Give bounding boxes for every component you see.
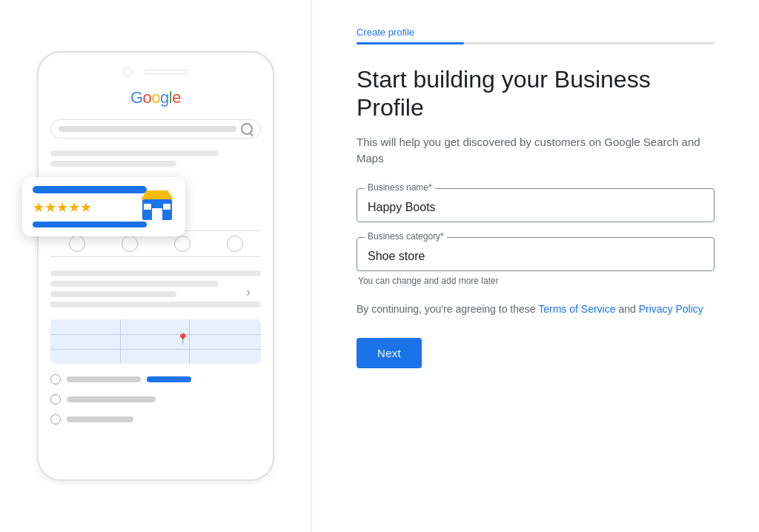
svg-rect-2 (152, 208, 162, 220)
globe-row (50, 414, 261, 425)
tos-text: By continuing, you're agreeing to these … (357, 301, 715, 317)
phone-content-lines (50, 150, 261, 167)
left-panel: Google ★★★★★ (0, 0, 311, 532)
privacy-policy-link[interactable]: Privacy Policy (639, 303, 703, 315)
phone-icon (50, 394, 61, 405)
business-category-field-container[interactable]: Business category* (357, 237, 715, 271)
phone-top-bar (50, 67, 261, 76)
search-bar-line (59, 126, 236, 132)
bc-blue-line (33, 222, 147, 227)
phone-camera (123, 67, 132, 76)
bc-blue-bar (33, 186, 147, 193)
clock-icon (50, 374, 61, 385)
search-icon (241, 123, 253, 135)
globe-icon (50, 414, 61, 425)
step-bar-fill (357, 42, 464, 44)
tos-text-before: By continuing, you're agreeing to these (357, 303, 538, 315)
clock-row (50, 374, 261, 385)
svg-marker-1 (141, 190, 173, 199)
next-button[interactable]: Next (357, 338, 422, 368)
step-indicator: Create profile (357, 27, 715, 44)
nav-icon-3 (174, 236, 190, 252)
business-name-input[interactable] (368, 201, 703, 214)
store-icon (138, 184, 176, 223)
nav-icon-1 (69, 236, 85, 252)
business-category-input[interactable] (368, 250, 703, 263)
map-area: 📍 (50, 319, 261, 364)
phone-search-bar (50, 119, 261, 139)
nav-icon-2 (122, 236, 138, 252)
business-name-group: Business name* (357, 188, 715, 222)
map-pin-icon: 📍 (176, 333, 189, 345)
step-bar-track (357, 42, 715, 44)
tos-text-mid: and (616, 303, 639, 315)
svg-rect-4 (163, 204, 170, 210)
category-hint: You can change and add more later (358, 276, 715, 286)
step-label: Create profile (357, 27, 715, 38)
business-card-popup: ★★★★★ (22, 177, 185, 236)
phone-speaker (144, 70, 188, 74)
page-subtitle: This will help you get discovered by cus… (357, 134, 715, 167)
phone-row (50, 394, 261, 405)
phone-mockup: Google ★★★★★ (37, 51, 274, 481)
business-name-label: Business name* (365, 182, 435, 193)
business-category-group: Business category* You can change and ad… (357, 237, 715, 286)
right-panel: Create profile Start building your Busin… (311, 0, 759, 532)
business-name-field-container[interactable]: Business name* (357, 188, 715, 222)
business-category-label: Business category* (365, 231, 447, 242)
nav-icon-4 (227, 236, 243, 252)
google-logo: Google (50, 88, 261, 107)
page-title: Start building your Business Profile (357, 65, 715, 122)
terms-of-service-link[interactable]: Terms of Service (538, 303, 615, 315)
arrow-right-icon: › (246, 285, 251, 300)
svg-rect-3 (144, 204, 151, 210)
